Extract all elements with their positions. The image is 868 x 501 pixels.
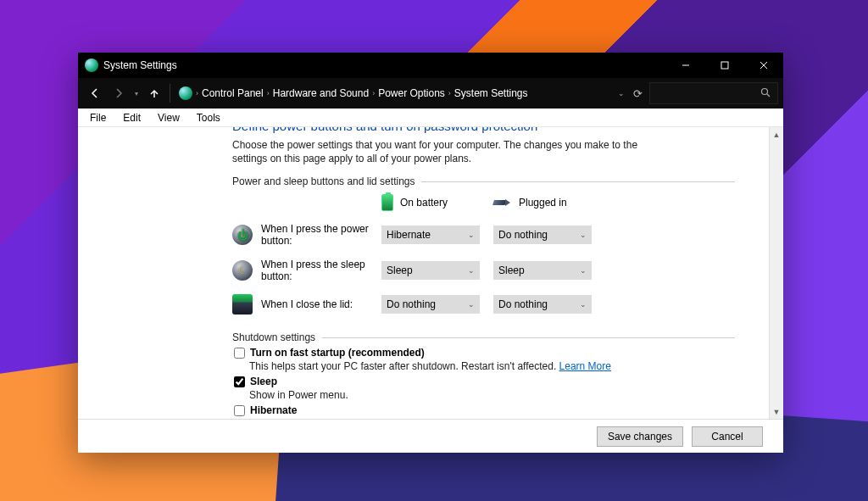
option-sleep: Sleep: [232, 376, 735, 387]
column-headers: On battery Plugged in: [232, 194, 735, 211]
select-power-plugged[interactable]: Do nothing⌄: [493, 225, 592, 244]
checkbox-sleep[interactable]: [234, 376, 245, 387]
option-label: Hibernate: [250, 404, 297, 416]
menu-view[interactable]: View: [149, 110, 188, 125]
power-icon: [232, 225, 253, 245]
learn-more-link[interactable]: Learn More: [559, 360, 611, 372]
group-power-sleep: Power and sleep buttons and lid settings: [232, 175, 735, 187]
breadcrumb: › Control Panel › Hardware and Sound › P…: [196, 87, 528, 99]
option-subtext: This helps start your PC faster after sh…: [232, 360, 735, 372]
svg-rect-1: [721, 62, 728, 69]
titlebar: System Settings: [78, 53, 783, 78]
svg-point-4: [762, 88, 768, 94]
page-description: Choose the power settings that you want …: [232, 138, 639, 165]
svg-line-5: [767, 94, 770, 97]
menu-tools[interactable]: Tools: [188, 110, 229, 125]
back-button[interactable]: [83, 81, 107, 105]
select-lid-plugged[interactable]: Do nothing⌄: [493, 295, 592, 314]
chevron-right-icon: ›: [448, 89, 451, 97]
group-shutdown: Shutdown settings: [232, 331, 735, 343]
settings-window: System Settings ▾ › Control Panel › Hard: [78, 53, 783, 453]
cancel-button[interactable]: Cancel: [692, 426, 763, 447]
chevron-right-icon: ›: [372, 89, 375, 97]
chevron-down-icon[interactable]: ⌄: [618, 89, 625, 97]
navigation-bar: ▾ › Control Panel › Hardware and Sound ›…: [78, 78, 783, 109]
close-button[interactable]: [744, 53, 783, 78]
scroll-down-icon[interactable]: ▼: [770, 404, 783, 419]
refresh-icon[interactable]: ⟳: [633, 87, 643, 100]
location-icon: [179, 86, 192, 100]
option-fast-startup: Turn on fast startup (recommended): [232, 347, 735, 359]
option-label: Turn on fast startup (recommended): [250, 347, 425, 359]
row-label: When I press the power button:: [261, 223, 381, 247]
menu-bar: File Edit View Tools: [78, 109, 783, 127]
breadcrumb-item[interactable]: Power Options: [378, 87, 445, 99]
row-power-button: When I press the power button: Hibernate…: [232, 223, 735, 247]
vertical-scrollbar[interactable]: ▲ ▼: [769, 127, 783, 419]
breadcrumb-item[interactable]: System Settings: [454, 87, 528, 99]
search-input[interactable]: [649, 82, 778, 104]
minimize-button[interactable]: [666, 53, 705, 78]
chevron-down-icon: ⌄: [580, 300, 587, 309]
row-label: When I press the sleep button:: [261, 259, 381, 282]
window-title: System Settings: [103, 59, 177, 71]
option-hibernate: Hibernate: [232, 404, 735, 416]
plug-icon: [493, 197, 512, 209]
chevron-down-icon: ⌄: [580, 266, 587, 275]
page-heading: Define power buttons and turn on passwor…: [232, 127, 735, 133]
menu-edit[interactable]: Edit: [114, 110, 149, 125]
chevron-down-icon: ⌄: [468, 266, 475, 275]
content-panel: Define power buttons and turn on passwor…: [78, 127, 769, 419]
col-plugged-label: Plugged in: [519, 197, 567, 209]
chevron-down-icon: ⌄: [468, 300, 475, 309]
recent-dropdown-icon[interactable]: ▾: [131, 81, 142, 105]
row-close-lid: When I close the lid: Do nothing⌄ Do not…: [232, 294, 735, 315]
maximize-button[interactable]: [705, 53, 744, 78]
save-changes-button[interactable]: Save changes: [597, 426, 683, 447]
select-lid-battery[interactable]: Do nothing⌄: [381, 295, 480, 314]
row-label: When I close the lid:: [261, 298, 381, 310]
col-battery-label: On battery: [400, 197, 448, 209]
row-sleep-button: When I press the sleep button: Sleep⌄ Sl…: [232, 259, 735, 282]
select-sleep-battery[interactable]: Sleep⌄: [381, 261, 480, 280]
checkbox-fast-startup[interactable]: [234, 348, 245, 359]
app-icon: [85, 58, 98, 72]
search-icon: [760, 87, 771, 100]
select-power-battery[interactable]: Hibernate⌄: [381, 225, 480, 244]
breadcrumb-item[interactable]: Control Panel: [202, 87, 264, 99]
laptop-lid-icon: [232, 294, 253, 315]
option-label: Sleep: [250, 376, 277, 387]
select-sleep-plugged[interactable]: Sleep⌄: [493, 261, 592, 280]
option-subtext: Show in Power menu.: [232, 418, 735, 419]
up-button[interactable]: [142, 81, 166, 105]
battery-icon: [381, 194, 393, 211]
checkbox-hibernate[interactable]: [234, 405, 245, 416]
chevron-right-icon: ›: [267, 89, 270, 97]
chevron-down-icon: ⌄: [580, 231, 587, 239]
footer-bar: Save changes Cancel: [78, 419, 783, 453]
menu-file[interactable]: File: [81, 110, 114, 125]
scroll-up-icon[interactable]: ▲: [770, 127, 783, 142]
chevron-right-icon: ›: [196, 89, 198, 97]
sleep-icon: [232, 260, 253, 281]
forward-button[interactable]: [107, 81, 131, 105]
breadcrumb-item[interactable]: Hardware and Sound: [273, 87, 369, 99]
option-subtext: Show in Power menu.: [232, 389, 735, 401]
chevron-down-icon: ⌄: [468, 231, 475, 239]
